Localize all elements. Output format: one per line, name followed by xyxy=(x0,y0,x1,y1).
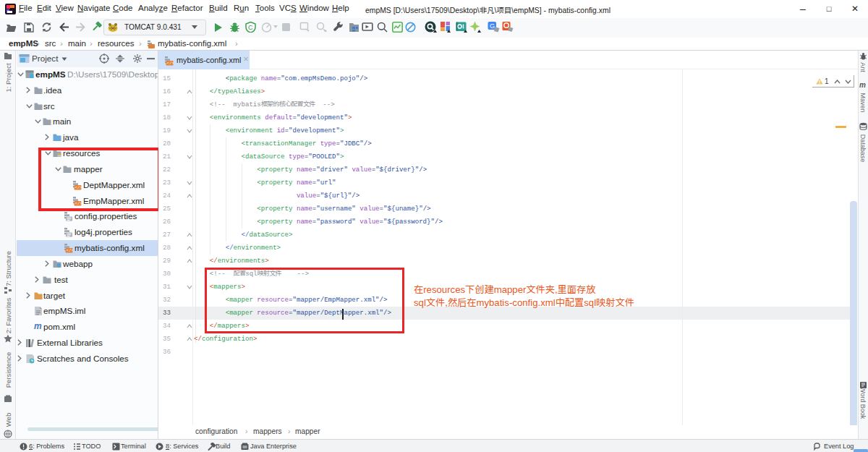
svg-text:</>: </> xyxy=(167,61,174,66)
svg-text:C: C xyxy=(248,24,253,31)
svg-text:G: G xyxy=(490,22,495,30)
svg-text:</>: </> xyxy=(67,248,73,253)
